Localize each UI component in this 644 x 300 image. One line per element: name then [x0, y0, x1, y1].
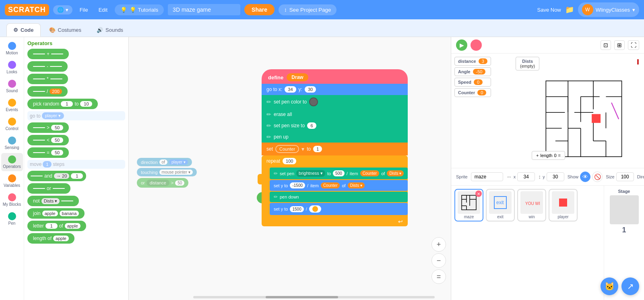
block-repeat[interactable]: repeat 100 [262, 155, 408, 167]
events-dot [8, 99, 16, 107]
folder-icon[interactable]: 📁 [565, 5, 574, 14]
block-multiply[interactable]: * [27, 74, 68, 84]
block-row-letter: letter 1 of apple [27, 221, 125, 231]
tab-bar: ⚙ Code 🎨 Costumes 🔊 Sounds [0, 19, 644, 37]
arrows-icon: ↕ [284, 7, 287, 13]
block-equal[interactable]: = 50 [27, 147, 69, 158]
block-pen-up[interactable]: ✏ pen up [262, 131, 408, 143]
block-greater[interactable]: > 50 [27, 122, 69, 133]
user-badge[interactable]: W WlingyClasses ▾ [578, 2, 639, 17]
workspace[interactable]: direction of player ▾ touching mouse poi… [129, 37, 451, 300]
svg-text:YOU WIN: YOU WIN [525, 201, 540, 206]
tab-sounds[interactable]: 🔊 Sounds [90, 23, 130, 37]
motion-dot [8, 42, 16, 50]
arrow-fab-button[interactable]: ↗ [621, 277, 639, 295]
sidebar-item-events[interactable]: Events [1, 96, 23, 114]
sprite-thumb-player[interactable]: player [549, 189, 578, 221]
see-project-button[interactable]: ↕ See Project Page [279, 4, 336, 15]
show-eye-button[interactable]: 👁 [580, 172, 590, 182]
tutorials-button[interactable]: 💡 💡 Tutorials [115, 4, 164, 15]
sprite-thumb-exit[interactable]: exit exit [486, 189, 515, 221]
block-set-y[interactable]: set y to -1500 / item Counter of Dists ▾ [270, 180, 408, 191]
lightbulb-icon: 💡 [120, 7, 127, 13]
fab-area: 🐱 ↗ [601, 277, 639, 295]
sidebar-item-variables[interactable]: Variables [1, 172, 23, 190]
block-and[interactable]: and → 20 1 [27, 171, 86, 181]
svg-rect-0 [546, 81, 621, 157]
block-row-divide: / 200 [27, 86, 125, 97]
block-letter[interactable]: letter 1 of apple [27, 221, 86, 231]
sprite-thumb-maze[interactable]: ✕ maze [454, 189, 483, 221]
pen-color-swatch[interactable] [309, 97, 318, 106]
sidebar-item-control[interactable]: Control [1, 115, 23, 133]
sidebar-item-looks[interactable]: Looks [1, 58, 23, 77]
workspace-scrollbar[interactable] [193, 296, 435, 298]
size-input[interactable] [616, 172, 634, 181]
block-set-counter[interactable]: set Counter ▾ to 1 [262, 143, 408, 155]
block-not[interactable]: not Dists ▾ [27, 196, 79, 206]
edit-menu[interactable]: Edit [95, 5, 111, 14]
block-add[interactable]: + [27, 49, 69, 59]
block-divide[interactable]: / 200 [27, 86, 68, 97]
y-coord-input[interactable] [547, 172, 564, 181]
green-flag-button[interactable]: ▶ [456, 39, 467, 51]
sidebar-item-sound[interactable]: Sound [1, 77, 23, 95]
tab-costumes[interactable]: 🎨 Costumes [42, 23, 89, 37]
block-join[interactable]: join apple banana [27, 208, 85, 219]
sidebar-item-operators[interactable]: Operators [1, 153, 23, 171]
stage-controls: ▶ ⊡ ⊞ ⛶ [451, 37, 644, 54]
sidebar-item-pen[interactable]: Pen [1, 210, 23, 228]
block-set-pen-color[interactable]: ✏ set pen color to [262, 95, 408, 109]
sprite-name-input[interactable] [471, 172, 503, 181]
maze-area [532, 78, 636, 160]
block-length[interactable]: length of apple [27, 233, 74, 244]
stage-variables: distance 3 Angle -50 Speed 0 Counter 0 [454, 57, 491, 97]
stage-size-small[interactable]: ⊡ [601, 40, 611, 50]
block-row-move: move 1 steps [27, 160, 125, 169]
hide-eye-button[interactable]: 🚫 [592, 172, 603, 182]
block-set-pen-size[interactable]: ✏ set pen size to 6 [262, 120, 408, 131]
block-less[interactable]: < 50 [27, 135, 69, 145]
block-goto[interactable]: go to x: 34 y: 30 [262, 84, 408, 95]
share-button[interactable]: Share [244, 4, 275, 15]
block-subtract[interactable]: - [27, 61, 68, 72]
block-or[interactable]: or [27, 183, 70, 194]
sprite-delete-maze[interactable]: ✕ [475, 190, 482, 197]
block-row-multiply: * [27, 74, 125, 84]
sprite-img-win: YOU WIN [520, 191, 543, 214]
x-coord-input[interactable] [517, 172, 535, 181]
block-pick-random[interactable]: pick random 1 to 10 [27, 99, 98, 109]
stop-button[interactable] [471, 39, 482, 51]
block-set-y2[interactable]: set y to 1500 / [270, 203, 408, 215]
globe-icon: 🌐 [57, 7, 64, 13]
block-define-draw[interactable]: define Draw [262, 69, 408, 84]
project-title-input[interactable] [168, 4, 240, 15]
sprite-img-player [552, 191, 574, 214]
header: SCRATCH 🌐 ▾ File Edit 💡 💡 Tutorials Shar… [0, 0, 644, 19]
block-pen-down[interactable]: ✏ pen down [270, 192, 408, 202]
file-menu[interactable]: File [76, 5, 91, 14]
zoom-in-button[interactable]: + [431, 237, 446, 252]
tab-code[interactable]: ⚙ Code [6, 23, 41, 37]
zoom-out-button[interactable]: − [431, 253, 446, 268]
scratch-logo[interactable]: SCRATCH [5, 4, 49, 16]
svg-rect-21 [462, 195, 476, 210]
sidebar-item-motion[interactable]: Motion [1, 39, 23, 58]
zoom-reset-button[interactable]: = [431, 269, 446, 284]
sprite-name-maze: maze [457, 215, 481, 219]
category-list: Motion Looks Sound Events Control Sensin… [0, 37, 24, 300]
save-now-button[interactable]: Save Now [537, 7, 561, 13]
sprite-thumb-win[interactable]: YOU WIN win [517, 189, 546, 221]
stage-size-medium[interactable]: ⊞ [614, 40, 625, 50]
svg-rect-31 [559, 199, 567, 207]
variables-dot [8, 174, 16, 182]
block-set-pen-brightness[interactable]: ✏ set pen brightness ▾ to 500 / item Cou… [270, 168, 408, 179]
cat-fab-button[interactable]: 🐱 [601, 277, 618, 295]
sidebar-item-myblocks[interactable]: My Blocks [1, 191, 23, 209]
main: Motion Looks Sound Events Control Sensin… [0, 37, 644, 300]
globe-button[interactable]: 🌐 ▾ [53, 5, 72, 14]
sidebar-item-sensing[interactable]: Sensing [1, 134, 23, 152]
stage-size-large[interactable]: ⛶ [628, 40, 639, 50]
y-coord-group: ↕ y [538, 172, 564, 181]
block-erase-all[interactable]: ✏ erase all [262, 109, 408, 120]
